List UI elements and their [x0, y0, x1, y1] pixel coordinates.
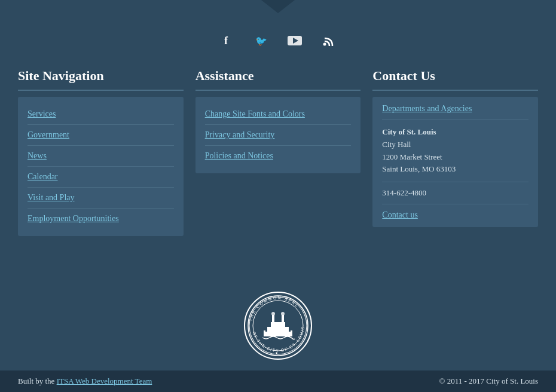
svg-point-16	[271, 312, 275, 316]
building-name: City Hall	[382, 140, 411, 149]
svg-rect-14	[264, 330, 265, 336]
top-notch	[0, 0, 556, 13]
svg-rect-10	[267, 327, 289, 332]
street-address: 1200 Market Street	[382, 152, 442, 161]
contact-phone: 314-622-4800	[382, 188, 528, 204]
nav-link-fonts-colors[interactable]: Change Site Fonts and Colors	[205, 104, 352, 125]
nav-link-policies[interactable]: Policies and Notices	[205, 146, 352, 166]
city-state-zip: Saint Louis, MO 63103	[382, 164, 456, 173]
footer-bar: Built by the ITSA Web Development Team ©…	[0, 370, 556, 392]
footer-built-by: Built by the ITSA Web Development Team	[18, 376, 152, 386]
svg-point-17	[281, 312, 285, 316]
svg-text:🐦: 🐦	[255, 35, 267, 47]
site-navigation-title: Site Navigation	[18, 68, 184, 91]
nav-link-employment[interactable]: Employment Opportunities	[28, 209, 174, 229]
rss-icon[interactable]	[319, 31, 338, 50]
contact-us-link[interactable]: Contact us	[382, 210, 528, 220]
svg-rect-11	[271, 322, 285, 327]
nav-link-government[interactable]: Government	[28, 125, 174, 146]
nav-link-news[interactable]: News	[28, 146, 174, 167]
city-name: City of St. Louis	[382, 127, 436, 136]
site-navigation-column: Site Navigation Services Government News…	[18, 68, 184, 272]
svg-text:f: f	[224, 35, 228, 47]
svg-rect-12	[272, 315, 274, 323]
page-wrapper: f 🐦 Site Navigation	[0, 0, 556, 392]
contact-address: City of St. Louis City Hall 1200 Market …	[382, 126, 528, 182]
contact-us-title: Contact Us	[372, 68, 538, 91]
footer-copyright: © 2011 - 2017 City of St. Louis	[439, 376, 538, 386]
assistance-title: Assistance	[195, 68, 361, 91]
svg-rect-13	[282, 315, 284, 323]
site-navigation-box: Services Government News Calendar Visit …	[18, 97, 184, 236]
assistance-box: Change Site Fonts and Colors Privacy and…	[195, 97, 361, 173]
youtube-icon[interactable]	[285, 31, 304, 50]
contact-us-box: Departments and Agencies City of St. Lou…	[372, 97, 538, 227]
nav-link-services[interactable]: Services	[28, 104, 174, 125]
social-icons-row: f 🐦	[0, 13, 556, 62]
departments-agencies-link[interactable]: Departments and Agencies	[382, 104, 528, 120]
facebook-icon[interactable]: f	[218, 31, 237, 50]
city-seal: THE COMMON SEAL OF THE CITY OF ST. LOUIS…	[242, 290, 314, 362]
contact-us-column: Contact Us Departments and Agencies City…	[372, 68, 538, 272]
seal-section: THE COMMON SEAL OF THE CITY OF ST. LOUIS…	[0, 284, 556, 370]
nav-link-visit-play[interactable]: Visit and Play	[28, 188, 174, 209]
svg-point-4	[323, 43, 326, 46]
built-by-prefix: Built by the	[18, 376, 57, 385]
main-columns: Site Navigation Services Government News…	[0, 62, 556, 284]
svg-rect-9	[265, 332, 291, 336]
nav-link-privacy[interactable]: Privacy and Security	[205, 125, 352, 146]
svg-rect-15	[291, 330, 292, 336]
svg-text:★: ★	[275, 351, 278, 355]
nav-link-calendar[interactable]: Calendar	[28, 167, 174, 188]
itsa-link[interactable]: ITSA Web Development Team	[57, 376, 152, 385]
assistance-column: Assistance Change Site Fonts and Colors …	[195, 68, 361, 272]
twitter-icon[interactable]: 🐦	[252, 31, 271, 50]
